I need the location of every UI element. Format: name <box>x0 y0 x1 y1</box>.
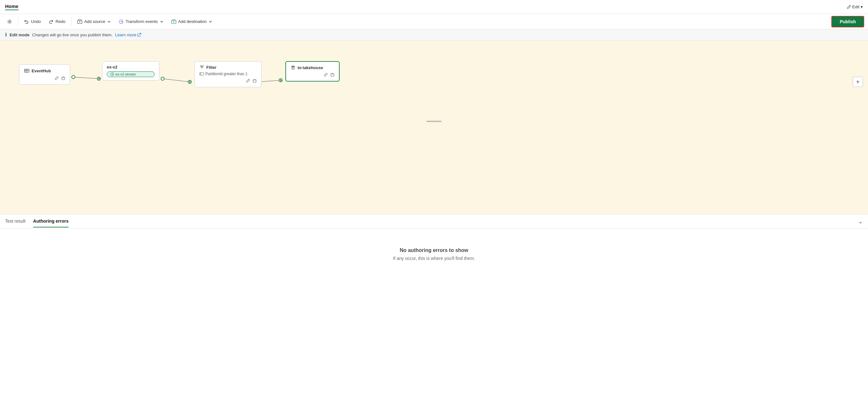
edit-chevron-icon: ▾ <box>861 4 863 9</box>
separator-2 <box>71 17 71 26</box>
lakehouse-delete-btn[interactable] <box>330 73 335 78</box>
svg-point-12 <box>279 79 282 82</box>
filter-actions <box>199 79 257 84</box>
canvas-inner: EventHub <box>0 40 868 123</box>
filter-node: Filter PartitionId greater than 1 <box>194 61 261 87</box>
svg-point-0 <box>9 21 10 22</box>
add-source-icon <box>77 19 82 24</box>
lakehouse-trash-icon <box>330 73 335 77</box>
tab-authoring-errors[interactable]: Authoring errors <box>33 215 68 228</box>
edit-mode-label: Edit mode <box>9 33 30 37</box>
toolbar: Undo Redo Add source <box>0 14 868 29</box>
esv2-label: es-v2 <box>107 65 117 69</box>
add-node-button[interactable]: + <box>853 77 863 87</box>
eventhub-label: EventHub <box>32 68 51 73</box>
esv2-title: es-v2 <box>107 65 155 69</box>
page-title: Home <box>5 3 19 9</box>
svg-rect-27 <box>199 73 204 75</box>
add-destination-icon <box>171 19 176 24</box>
transform-events-button[interactable]: Transform events <box>116 17 167 26</box>
publish-button[interactable]: Publish <box>831 16 864 27</box>
external-link-icon <box>137 33 141 37</box>
lakehouse-actions <box>290 73 335 78</box>
separator-1 <box>18 17 18 26</box>
redo-icon <box>49 19 54 24</box>
filter-condition-icon <box>199 72 204 76</box>
filter-trash-icon <box>253 79 257 83</box>
filter-condition: PartitionId greater than 1 <box>199 72 257 76</box>
scroll-handle <box>426 121 442 122</box>
svg-line-7 <box>163 79 190 82</box>
esv2-node: es-v2 es-v2-stream <box>102 61 159 80</box>
edit-mode-description: Changes will go live once you publish th… <box>32 33 113 37</box>
redo-label: Redo <box>56 19 65 24</box>
eventhub-trash-icon <box>61 76 65 80</box>
svg-marker-13 <box>98 77 101 80</box>
collapse-button[interactable]: ⌄ <box>858 218 863 225</box>
esv2-stream-badge: es-v2-stream <box>107 71 155 77</box>
esv2-stream-label: es-v2-stream <box>116 72 136 76</box>
svg-point-5 <box>72 75 75 79</box>
eventhub-title: EventHub <box>24 68 65 74</box>
lakehouse-title: to-lakehouse <box>290 65 335 70</box>
svg-point-8 <box>161 77 164 80</box>
eventhub-icon <box>24 68 30 74</box>
filter-condition-label: PartitionId greater than 1 <box>205 72 247 76</box>
filter-edit-btn[interactable] <box>246 79 250 84</box>
empty-state-description: If any occur, this is where you'll find … <box>393 256 475 261</box>
undo-button[interactable]: Undo <box>21 17 44 26</box>
filter-title: Filter <box>199 65 257 70</box>
title-bar-left: Home <box>5 3 19 10</box>
lakehouse-label: to-lakehouse <box>298 65 323 70</box>
stream-icon <box>110 72 114 76</box>
learn-more-link[interactable]: Learn more <box>115 33 141 37</box>
filter-label: Filter <box>206 65 217 70</box>
edit-label: Edit <box>852 4 859 9</box>
learn-more-label: Learn more <box>115 33 136 37</box>
eventhub-edit-btn[interactable] <box>55 76 59 81</box>
bottom-tabs-left: Test result Authoring errors <box>5 215 68 228</box>
add-source-button[interactable]: Add source <box>74 17 114 26</box>
add-destination-button[interactable]: Add destination <box>168 17 216 26</box>
title-container: Home <box>5 3 19 10</box>
lakehouse-node: to-lakehouse <box>285 61 340 81</box>
destination-chevron-icon <box>209 20 212 24</box>
svg-point-6 <box>97 77 100 80</box>
lakehouse-edit-btn[interactable] <box>324 73 328 78</box>
filter-icon <box>199 65 205 70</box>
add-source-label: Add source <box>84 19 105 24</box>
svg-marker-14 <box>189 80 192 83</box>
undo-icon <box>24 19 29 24</box>
transform-events-label: Transform events <box>126 19 158 24</box>
empty-state: No authoring errors to show If any occur… <box>0 228 868 280</box>
pencil-icon <box>847 5 851 9</box>
settings-button[interactable] <box>4 17 15 26</box>
title-bar: Home Edit ▾ <box>0 0 868 14</box>
eventhub-node: EventHub <box>19 64 70 85</box>
eventhub-pencil-icon <box>55 76 59 80</box>
undo-label: Undo <box>31 19 41 24</box>
title-bar-right: Edit ▾ <box>847 4 863 9</box>
svg-rect-29 <box>253 80 256 82</box>
svg-point-9 <box>188 80 191 83</box>
svg-rect-20 <box>62 77 65 80</box>
edit-button[interactable]: Edit ▾ <box>847 4 863 9</box>
tab-test-result[interactable]: Test result <box>5 215 26 228</box>
redo-button[interactable]: Redo <box>45 17 68 26</box>
filter-delete-btn[interactable] <box>253 79 257 84</box>
connections-svg <box>0 40 868 123</box>
add-source-chevron-icon <box>107 20 111 24</box>
settings-icon <box>7 19 12 24</box>
add-destination-label: Add destination <box>178 19 207 24</box>
main-content: Undo Redo Add source <box>0 14 868 402</box>
lakehouse-icon <box>290 65 296 70</box>
transform-events-icon <box>119 19 124 24</box>
eventhub-delete-btn[interactable] <box>61 76 65 81</box>
svg-marker-15 <box>280 79 282 81</box>
title-underline <box>5 9 19 10</box>
empty-state-container: No authoring errors to show If any occur… <box>0 228 868 402</box>
lakehouse-pencil-icon <box>324 73 328 77</box>
canvas: EventHub <box>0 40 868 214</box>
svg-rect-32 <box>292 67 294 69</box>
info-icon: ℹ <box>5 32 7 38</box>
